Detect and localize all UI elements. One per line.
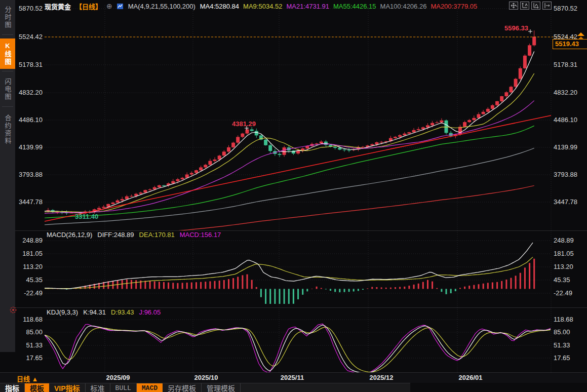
macd-axis-tick-right: 181.05	[554, 250, 574, 257]
price-axis-tick-left: 5178.31	[15, 61, 43, 68]
footer-tab-7[interactable]: 另存模板	[163, 383, 202, 392]
scale-y-axis-icon[interactable]	[520, 2, 529, 10]
kdj-axis-tick-right: 17.65	[554, 355, 570, 362]
price-axis-tick-right: 5178.31	[554, 61, 577, 68]
price-axis-tick-left: 4832.20	[15, 89, 43, 96]
price-axis-tick-left: 5524.42	[15, 33, 43, 41]
window-controls	[509, 2, 552, 10]
footer-tab-5[interactable]: BULL	[110, 383, 137, 392]
macd-axis-tick-right: 45.35	[554, 277, 570, 284]
price-axis-tick-left: 3793.88	[15, 171, 43, 178]
price-axis-tick-left: 4486.10	[15, 116, 43, 124]
footer-tab-3[interactable]: VIP指标	[49, 383, 86, 392]
kdj-axis-tick-left: 118.68	[15, 316, 43, 323]
macd-axis-tick-left: 181.05	[15, 250, 43, 257]
footer-tab-1[interactable]: 指标	[0, 383, 25, 392]
price-axis-tick-right: 4486.10	[554, 116, 577, 124]
footer-tab-6[interactable]: MACD	[137, 383, 163, 392]
bottom-toolbar: 指标模板VIP指标标准BULLMACD另存模板管理模板	[0, 383, 410, 392]
move-icon[interactable]	[509, 2, 518, 10]
instrument-name: 现货黄金	[45, 2, 71, 11]
kdj-header: KDJ(9,3,3)K:94.31D:93.43J:96.05	[47, 308, 166, 316]
price-axis-tick-left: 5870.52	[15, 5, 43, 12]
period-tag[interactable]: 【日线】	[75, 2, 102, 11]
goto-latest-icon[interactable]	[542, 2, 552, 10]
macd-value: MACD:156.17	[180, 231, 221, 239]
ma-legend-item: MA55:4426.15	[333, 3, 376, 10]
sidebar-divider	[2, 106, 13, 107]
kdj-axis-tick-left: 51.33	[15, 342, 43, 349]
macd-axis-tick-right: 248.89	[554, 237, 574, 244]
macd-pane	[45, 243, 535, 310]
sidebar-tab-4[interactable]: 合约资料	[0, 108, 15, 151]
macd-title: MACD(26,12,9)	[47, 231, 92, 239]
price-axis-tick-right: 3793.88	[554, 171, 577, 178]
price-axis-tick-right: 4832.20	[554, 89, 577, 96]
kdj-d-value: D:93.43	[111, 308, 134, 316]
macd-dea-value: DEA:170.81	[139, 231, 175, 239]
ma-group-label: MA(4,9,21,55,100,200)	[128, 3, 195, 10]
kdj-title: KDJ(9,3,3)	[47, 308, 78, 316]
ma-legend-item: MA9:5034.52	[243, 3, 282, 10]
last-price-tag: 5519.43	[553, 39, 587, 49]
annotation-period-high: 5596.33	[504, 24, 528, 32]
kdj-axis-tick-left: 17.65	[15, 355, 43, 362]
ma-legend-item: MA21:4731.91	[286, 3, 329, 10]
sidebar-divider	[2, 34, 13, 35]
kdj-k-value: K:94.31	[83, 308, 106, 316]
month-label: 2025/12	[370, 374, 394, 381]
annotation-swing-low: 3311.40	[75, 213, 98, 220]
footer-tab-8[interactable]: 管理模板	[202, 383, 241, 392]
chart-canvas[interactable]	[0, 0, 587, 392]
main-pane	[44, 30, 551, 236]
macd-axis-tick-left: 248.89	[15, 237, 43, 244]
kdj-axis-tick-right: 51.33	[554, 342, 570, 349]
month-label: 2025/09	[106, 374, 130, 381]
sidebar-tab-3[interactable]: 闪电图	[0, 74, 15, 104]
indicator-settings-icon[interactable]	[10, 306, 17, 313]
macd-axis-tick-left: -22.49	[15, 290, 43, 297]
month-label: 2025/10	[194, 374, 218, 381]
macd-header: MACD(26,12,9)DIFF:248.89DEA:170.81MACD:1…	[47, 231, 226, 239]
price-axis-tick-left: 4139.99	[15, 144, 43, 151]
price-axis-tick-right: 4139.99	[554, 144, 577, 151]
trading-app: 分时图K线图闪电图合约资料 现货黄金 【日线】 ⊕ MA(4,9,21,55,1…	[0, 0, 587, 392]
kdj-axis-tick-right: 85.00	[554, 329, 570, 336]
compare-add-icon[interactable]: ⊕	[106, 2, 112, 10]
month-label: 2026/01	[459, 374, 483, 381]
ma-legend: MA4:5280.84MA9:5034.52MA21:4731.91MA55:4…	[200, 3, 481, 10]
ma-legend-item: MA200:3779.05	[431, 3, 477, 10]
mini-chart-icon	[117, 3, 124, 10]
period-selector[interactable]: 日线 ▲	[17, 374, 38, 383]
left-sidebar: 分时图K线图闪电图合约资料	[0, 0, 15, 352]
footer-tab-4[interactable]: 标准	[86, 383, 110, 392]
price-axis-tick-right: 5870.52	[554, 5, 577, 12]
macd-axis-tick-right: -22.49	[554, 290, 572, 297]
ma-legend-item: MA100:4206.26	[380, 3, 427, 10]
kdj-j-value: J:96.05	[139, 308, 161, 316]
macd-axis-tick-left: 45.35	[15, 277, 43, 284]
annotation-swing-high: 4381.29	[232, 120, 256, 128]
kdj-pane	[45, 324, 551, 373]
macd-axis-tick-left: 113.20	[15, 263, 43, 270]
sidebar-tab-2[interactable]: K线图	[0, 38, 15, 69]
sidebar-divider	[2, 71, 13, 71]
kdj-axis-tick-right: 118.68	[554, 316, 573, 323]
price-axis-tick-left: 3447.78	[15, 199, 43, 206]
macd-diff-value: DIFF:248.89	[97, 231, 134, 239]
price-axis-tick-right: 3447.78	[554, 199, 577, 206]
ma-legend-item: MA4:5280.84	[200, 3, 239, 10]
chart-header: 现货黄金 【日线】 ⊕ MA(4,9,21,55,100,200) MA4:52…	[45, 2, 481, 11]
footer-tab-2[interactable]: 模板	[25, 383, 49, 392]
time-axis: 日线 ▲ 2025/092025/102025/112025/122026/01	[0, 372, 587, 383]
macd-axis-tick-right: 113.20	[554, 263, 573, 270]
scale-x-axis-icon[interactable]	[531, 2, 540, 10]
kdj-axis-tick-left: 85.00	[15, 329, 43, 336]
sidebar-tab-1[interactable]: 分时图	[0, 2, 15, 32]
month-label: 2025/11	[281, 374, 304, 381]
